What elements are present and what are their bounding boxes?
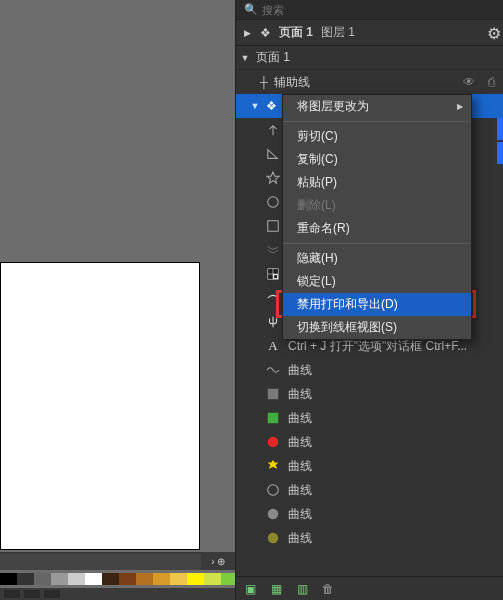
color-swatch[interactable] xyxy=(153,573,170,585)
layer-item[interactable]: 曲线 xyxy=(236,526,503,550)
zoom-icon: ⊕ xyxy=(217,556,225,567)
ctx-disable-print-export[interactable]: 禁用打印和导出(D) xyxy=(283,293,471,316)
layer-item[interactable]: 曲线 xyxy=(236,430,503,454)
dot-red-icon xyxy=(266,435,280,449)
tree-page-label: 页面 1 xyxy=(256,49,499,66)
svg-point-0 xyxy=(268,197,279,208)
color-swatch[interactable] xyxy=(119,573,136,585)
ctx-hide[interactable]: 隐藏(H) xyxy=(283,247,471,270)
layer-item[interactable]: 曲线 xyxy=(236,358,503,382)
layer-context-menu: 将图层更改为 剪切(C) 复制(C) 粘贴(P) 删除(L) 重命名(R) 隐藏… xyxy=(282,94,472,340)
page-title: 页面 1 xyxy=(279,24,313,41)
color-swatch[interactable] xyxy=(102,573,119,585)
ctx-wireframe[interactable]: 切换到线框视图(S) xyxy=(283,316,471,339)
ctx-paste[interactable]: 粘贴(P) xyxy=(283,171,471,194)
document-page[interactable] xyxy=(0,262,200,550)
ctx-copy[interactable]: 复制(C) xyxy=(283,148,471,171)
sq-green-icon xyxy=(266,411,280,425)
svg-rect-7 xyxy=(268,389,279,400)
color-swatch[interactable] xyxy=(68,573,85,585)
layer-item[interactable]: 曲线 xyxy=(236,406,503,430)
layer-stack-icon: ❖ xyxy=(266,99,277,113)
layer-item-label: 曲线 xyxy=(288,434,503,451)
expand-icon[interactable]: ▶ xyxy=(242,28,252,38)
search-icon: 🔍 xyxy=(244,3,258,16)
color-swatch[interactable] xyxy=(187,573,204,585)
color-palette[interactable] xyxy=(0,570,235,588)
ctx-rename[interactable]: 重命名(R) xyxy=(283,217,471,240)
tree-guides-label: 辅助线 xyxy=(274,74,455,91)
svg-rect-5 xyxy=(269,275,273,279)
layer-item-label: 曲线 xyxy=(288,458,503,475)
color-swatch[interactable] xyxy=(51,573,68,585)
arrow-up-icon xyxy=(266,123,280,137)
active-layer-label: 图层 1 xyxy=(321,24,355,41)
tree-page-row[interactable]: ▼ 页面 1 xyxy=(236,46,503,70)
search-row[interactable]: 🔍 xyxy=(236,0,503,20)
panel-header: ▶ ❖ 页面 1 图层 1 xyxy=(236,20,503,46)
layer-item-label: 曲线 xyxy=(288,506,503,523)
layer-item[interactable]: 曲线 xyxy=(236,478,503,502)
layer-item-label: 曲线 xyxy=(288,530,503,547)
sq-gray-icon xyxy=(266,387,280,401)
wave-icon xyxy=(266,363,280,377)
layer-item-label: 曲线 xyxy=(288,482,503,499)
dot-yellow-icon xyxy=(266,459,280,473)
smile-icon xyxy=(266,291,280,305)
layer-item-label: 曲线 xyxy=(288,386,503,403)
layer-item-label: Ctrl + J 打开"选项"对话框 Ctrl+F... xyxy=(288,338,503,355)
triangle-icon xyxy=(266,147,280,161)
circle-icon xyxy=(266,195,280,209)
color-swatch[interactable] xyxy=(34,573,51,585)
svg-point-12 xyxy=(268,533,279,544)
layer-color-strip xyxy=(497,142,503,164)
ctx-lock[interactable]: 锁定(L) xyxy=(283,270,471,293)
status-bar xyxy=(0,588,235,600)
layer-item[interactable]: 曲线 xyxy=(236,382,503,406)
svg-point-11 xyxy=(268,509,279,520)
layer-item-label: 曲线 xyxy=(288,362,503,379)
layer-item[interactable]: 曲线 xyxy=(236,502,503,526)
color-swatch[interactable] xyxy=(170,573,187,585)
color-swatch[interactable] xyxy=(17,573,34,585)
layer-item[interactable]: 曲线 xyxy=(236,454,503,478)
dot-gray-icon xyxy=(266,507,280,521)
svg-point-10 xyxy=(268,485,279,496)
export-icon[interactable]: ⎙ xyxy=(483,75,499,89)
new-layer-icon[interactable]: ▣ xyxy=(242,581,258,597)
layer-color-strip xyxy=(497,118,503,140)
delete-layer-icon[interactable]: 🗑 xyxy=(320,581,336,597)
tree-guides-row[interactable]: ┼ 辅助线 👁 ⎙ xyxy=(236,70,503,94)
svg-rect-3 xyxy=(269,270,273,274)
color-swatch[interactable] xyxy=(85,573,102,585)
chevron-down-icon[interactable]: ▼ xyxy=(240,53,250,63)
menu-separator xyxy=(283,243,471,244)
star-icon xyxy=(266,171,280,185)
color-swatch[interactable] xyxy=(204,573,221,585)
gear-icon[interactable]: ⚙ xyxy=(487,24,501,43)
horizontal-scrollbar[interactable] xyxy=(0,552,201,570)
trident-icon xyxy=(266,315,280,329)
canvas-area[interactable]: ›⊕ xyxy=(0,0,235,600)
page-navigator[interactable]: ›⊕ xyxy=(201,552,235,570)
new-layer-icon[interactable]: ▦ xyxy=(268,581,284,597)
new-sublayer-icon[interactable]: ▥ xyxy=(294,581,310,597)
text-a-icon: A xyxy=(266,339,280,353)
qr-icon xyxy=(266,267,280,281)
guides-icon: ┼ xyxy=(260,76,268,88)
svg-rect-8 xyxy=(268,413,279,424)
color-swatch[interactable] xyxy=(0,573,17,585)
svg-point-9 xyxy=(268,437,279,448)
search-input[interactable] xyxy=(262,4,495,16)
svg-rect-6 xyxy=(275,276,277,278)
chevron-down-icon[interactable]: ▼ xyxy=(250,101,260,111)
svg-rect-4 xyxy=(274,270,278,274)
ctx-cut[interactable]: 剪切(C) xyxy=(283,125,471,148)
menu-separator xyxy=(283,121,471,122)
color-swatch[interactable] xyxy=(136,573,153,585)
stack-icon: ❖ xyxy=(260,26,271,40)
visibility-icon[interactable]: 👁 xyxy=(461,75,477,89)
ctx-delete: 删除(L) xyxy=(283,194,471,217)
ctx-change-layer-to[interactable]: 将图层更改为 xyxy=(283,95,471,118)
svg-rect-1 xyxy=(268,221,279,232)
